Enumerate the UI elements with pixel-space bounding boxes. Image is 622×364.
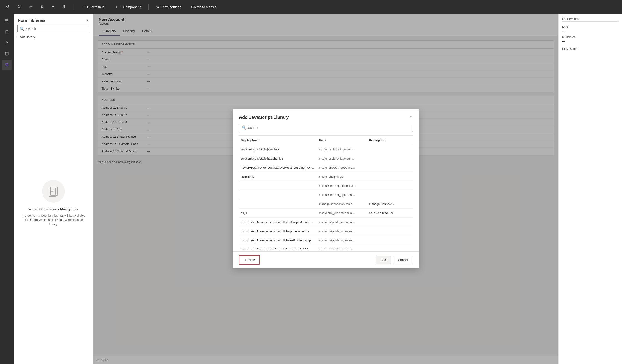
component-btn[interactable]: ＋ + Component	[112, 3, 143, 11]
list-item[interactable]: msdyn_/AppManagementControl/scripts/AppM…	[239, 218, 413, 227]
separator	[562, 21, 618, 22]
list-item[interactable]: accessChecker_openDial...	[239, 190, 413, 200]
new-button[interactable]: ＋ New	[239, 255, 260, 265]
nav-components-icon[interactable]: ⧉	[2, 59, 12, 70]
cell-description	[367, 247, 413, 250]
cell-display-name: msdyn_/AppManagementControl/libs/promise…	[239, 229, 317, 234]
cell-description	[367, 156, 413, 161]
cell-name: msdyn_/AppManagemen...	[317, 219, 367, 225]
sidebar-header: Form libraries ×	[14, 14, 93, 25]
primary-contact-label: Primary Cont...	[562, 17, 618, 20]
cell-name: msdyn_/solutionlayers/st...	[317, 156, 367, 161]
sidebar-search-container: 🔍	[17, 25, 89, 33]
undo-icon[interactable]: ↺	[4, 3, 11, 11]
cell-description	[367, 183, 413, 188]
cell-description	[367, 192, 413, 198]
separator2	[148, 4, 149, 10]
form-area: New Account Account Summary Flooring Det…	[93, 14, 558, 364]
sidebar: Form libraries × 🔍 + Add library You don…	[14, 14, 93, 364]
cell-name: msdyn_/solutionlayers/st...	[317, 147, 367, 152]
cell-description: es.js web resource.	[367, 210, 413, 216]
nav-layers-icon[interactable]: ◫	[2, 49, 12, 59]
form-field-btn[interactable]: ＋ + Form field	[79, 3, 107, 11]
cell-display-name: PowerAppsChecker/Localization/ResourceSt…	[239, 165, 317, 170]
modal-search-icon: 🔍	[242, 126, 246, 130]
cell-description: Manage Connect...	[367, 201, 413, 207]
modal-search-container: 🔍	[239, 124, 413, 132]
cell-description	[367, 174, 413, 179]
cell-display-name	[239, 201, 317, 207]
col-display-name: Display Name	[239, 137, 317, 143]
cell-name: msdyn_/PowerAppsChec...	[317, 165, 367, 170]
col-description: Description	[367, 137, 413, 143]
modal-overlay: Add JavaScript Library × 🔍 Display Name …	[93, 14, 558, 364]
cell-description	[367, 147, 413, 152]
cell-display-name: msdyn_/AppManagementControl/libs/es6_shi…	[239, 238, 317, 243]
cell-display-name: solutionlayers/static/js/main.js	[239, 147, 317, 152]
cell-name: ManageConnectionRoles...	[317, 201, 367, 207]
copy-icon[interactable]: ⧉	[39, 3, 45, 11]
contacts-label: CONTACTS	[562, 48, 618, 51]
list-item[interactable]: Helplink.js msdyn_/helplink.js	[239, 172, 413, 181]
cell-name: msdyn_/AppManagemen...	[317, 238, 367, 243]
sidebar-search-input[interactable]	[26, 27, 87, 31]
cell-display-name	[239, 183, 317, 188]
dropdown-icon[interactable]: ▾	[51, 3, 55, 11]
cancel-button[interactable]: Cancel	[393, 256, 413, 264]
email-value: ---	[562, 29, 618, 33]
form-settings-btn[interactable]: ⚙ Form settings	[154, 3, 184, 10]
modal-footer: ＋ New Add Cancel	[233, 251, 419, 268]
modal-table: Display Name Name Description solutionla…	[239, 135, 413, 250]
cell-name: accessChecker_openDial...	[317, 192, 367, 198]
redo-icon[interactable]: ↻	[16, 3, 22, 11]
sidebar-title: Form libraries	[18, 18, 45, 23]
add-button[interactable]: Add	[376, 256, 391, 264]
left-nav: ☰ ⊞ A ◫ ⧉	[0, 14, 14, 364]
col-name: Name	[317, 137, 367, 143]
delete-icon[interactable]: 🗑	[61, 3, 68, 11]
modal-table-header: Display Name Name Description	[239, 136, 413, 145]
sidebar-close-button[interactable]: ×	[86, 18, 88, 23]
right-panel: Primary Cont... Email --- b Business ---…	[558, 14, 622, 364]
modal-search-input[interactable]	[248, 126, 410, 129]
cell-display-name: solutionlayers/static/js/1.chunk.js	[239, 156, 317, 161]
nav-home-icon[interactable]: ☰	[2, 16, 12, 26]
list-item[interactable]: msdyn_/AppManagementControl/libs/promise…	[239, 227, 413, 236]
cell-name: msdyn_/helplink.js	[317, 174, 367, 179]
list-item[interactable]: PowerAppsChecker/Localization/ResourceSt…	[239, 163, 413, 172]
list-item[interactable]: solutionlayers/static/js/main.js msdyn_/…	[239, 145, 413, 154]
list-item[interactable]: solutionlayers/static/js/1.chunk.js msdy…	[239, 154, 413, 163]
sidebar-empty-icon	[42, 180, 65, 203]
cell-display-name: msdyn_/AppManagementControl/libs/react_1…	[239, 247, 317, 250]
cell-name: msdyncrm_/AssistEditCo...	[317, 210, 367, 216]
business-value: ---	[562, 39, 618, 43]
business-label: b Business	[562, 36, 618, 39]
sidebar-search-icon: 🔍	[20, 27, 24, 31]
modal-title: Add JavaScript Library	[239, 115, 289, 120]
cell-description	[367, 165, 413, 170]
add-library-button[interactable]: + Add library	[17, 35, 89, 39]
switch-classic-btn[interactable]: Switch to classic	[189, 4, 218, 10]
sidebar-empty-title: You don't have any library files	[28, 207, 78, 211]
toolbar: ↺ ↻ ✂ ⧉ ▾ 🗑 ＋ + Form field ＋ + Component…	[0, 0, 622, 14]
list-item[interactable]: msdyn_/AppManagementControl/libs/react_1…	[239, 245, 413, 250]
cell-description	[367, 229, 413, 234]
modal-footer-actions: Add Cancel	[376, 256, 413, 264]
modal-header: Add JavaScript Library ×	[233, 109, 419, 124]
cell-name: msdyn_/AppManagemen...	[317, 247, 367, 250]
cut-icon[interactable]: ✂	[28, 3, 34, 11]
cell-display-name: es.js	[239, 210, 317, 216]
email-label: Email	[562, 25, 618, 28]
cell-description	[367, 238, 413, 243]
sidebar-empty-state: You don't have any library files In orde…	[14, 42, 93, 364]
nav-grid-icon[interactable]: ⊞	[2, 27, 12, 37]
list-item[interactable]: msdyn_/AppManagementControl/libs/es6_shi…	[239, 236, 413, 245]
cell-description	[367, 219, 413, 225]
list-item[interactable]: accessChecker_closeDial...	[239, 181, 413, 190]
list-item[interactable]: ManageConnectionRoles... Manage Connect.…	[239, 200, 413, 209]
cell-name: msdyn_/AppManagemen...	[317, 229, 367, 234]
list-item[interactable]: es.js msdyncrm_/AssistEditCo... es.js we…	[239, 209, 413, 218]
main-layout: ☰ ⊞ A ◫ ⧉ Form libraries × 🔍 + Add libra…	[0, 14, 622, 364]
modal-close-button[interactable]: ×	[410, 115, 413, 120]
nav-text-icon[interactable]: A	[2, 38, 12, 48]
